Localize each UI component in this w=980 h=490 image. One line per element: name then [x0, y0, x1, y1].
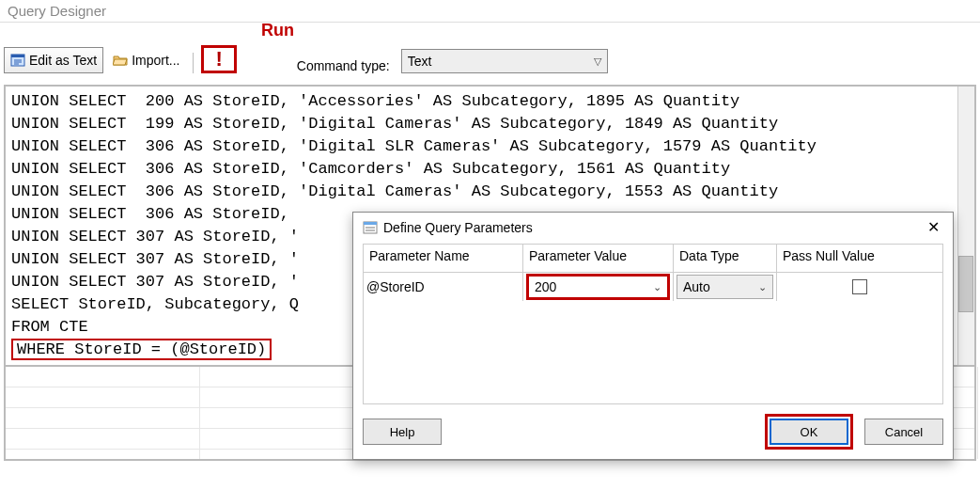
dialog-title: Define Query Parameters [383, 220, 533, 235]
param-value-input[interactable]: 200 ⌄ [526, 274, 670, 300]
ok-button[interactable]: OK [770, 419, 848, 445]
svg-rect-5 [366, 229, 375, 231]
define-query-parameters-dialog: Define Query Parameters ✕ Parameter Name… [352, 212, 954, 460]
sql-line: UNION SELECT 306 AS StoreID, 'Digital Ca… [11, 182, 778, 200]
dialog-close-button[interactable]: ✕ [924, 218, 943, 236]
param-name-cell: @StoreID [364, 273, 523, 301]
folder-open-icon [113, 53, 128, 68]
sql-line: UNION SELECT 306 AS StoreID, 'Camcorders… [11, 160, 730, 178]
sql-line: UNION SELECT 307 AS StoreID, ' [11, 228, 299, 245]
vertical-scrollbar[interactable] [957, 87, 974, 365]
col-header-pass-null[interactable]: Pass Null Value [777, 245, 942, 273]
window-title: Query Designer [0, 0, 980, 23]
sql-line: UNION SELECT 199 AS StoreID, 'Digital Ca… [11, 115, 778, 133]
param-type-text: Auto [683, 279, 710, 294]
sql-line: FROM CTE [11, 318, 88, 336]
sql-line: UNION SELECT 306 AS StoreID, 'Digital SL… [11, 137, 817, 155]
run-exclamation-icon: ! [215, 47, 222, 71]
help-button[interactable]: Help [363, 419, 442, 445]
import-label: Import... [132, 53, 179, 68]
pass-null-checkbox[interactable] [852, 279, 867, 294]
chevron-down-icon: ▽ [594, 55, 601, 68]
command-type-value: Text [408, 54, 432, 69]
scrollbar-thumb[interactable] [958, 256, 973, 312]
sql-line: UNION SELECT 307 AS StoreID, ' [11, 273, 299, 291]
dialog-titlebar[interactable]: Define Query Parameters ✕ [353, 213, 953, 242]
edit-text-icon [10, 53, 25, 68]
svg-rect-3 [364, 222, 377, 225]
run-annotation: Run [261, 21, 294, 40]
edit-as-text-button[interactable]: Edit as Text [4, 47, 103, 73]
sql-where-highlight: WHERE StoreID = (@StoreID) [11, 339, 272, 360]
import-button[interactable]: Import... [107, 47, 185, 73]
svg-rect-1 [11, 55, 24, 57]
col-header-data-type[interactable]: Data Type [674, 245, 777, 273]
chevron-down-icon: ⌄ [758, 281, 767, 293]
sql-line: UNION SELECT 200 AS StoreID, 'Accessorie… [11, 92, 739, 110]
command-type-select[interactable]: Text ▽ [401, 49, 608, 73]
run-button[interactable]: ! [201, 45, 236, 73]
col-header-parameter-name[interactable]: Parameter Name [364, 245, 523, 273]
cancel-button[interactable]: Cancel [864, 419, 943, 445]
sql-line: UNION SELECT 306 AS StoreID, [11, 205, 299, 223]
param-type-select[interactable]: Auto ⌄ [677, 275, 773, 299]
col-header-parameter-value[interactable]: Parameter Value [523, 245, 674, 273]
parameters-icon [363, 220, 378, 235]
edit-as-text-label: Edit as Text [29, 53, 97, 68]
chevron-down-icon: ⌄ [653, 281, 661, 293]
svg-rect-4 [366, 227, 375, 229]
sql-line: UNION SELECT 307 AS StoreID, ' [11, 250, 299, 268]
param-value-text: 200 [535, 279, 556, 294]
command-type-label: Command type: [297, 58, 390, 73]
toolbar: Run Edit as Text Import... ! Command typ… [0, 23, 980, 79]
sql-line: SELECT StoreID, Subcategory, Q [11, 295, 299, 313]
toolbar-separator [193, 53, 194, 73]
parameters-grid: Parameter Name Parameter Value Data Type… [363, 244, 943, 404]
